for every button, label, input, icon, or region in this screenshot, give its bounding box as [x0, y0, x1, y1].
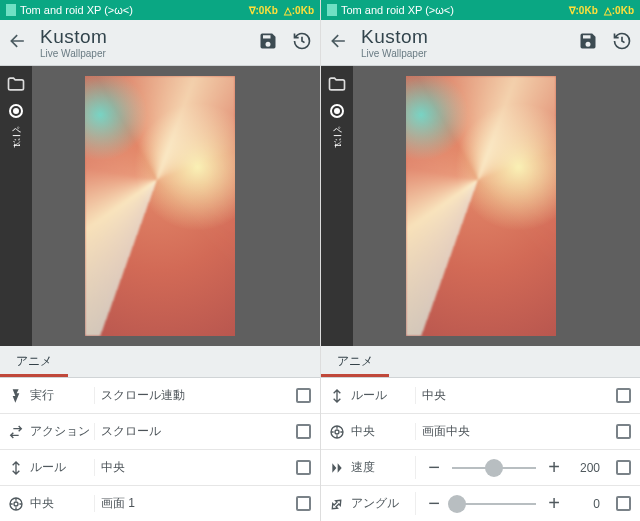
plus-button[interactable]: +	[542, 492, 566, 515]
checkbox[interactable]	[286, 388, 320, 403]
page-indicator[interactable]: ページ1	[9, 104, 23, 149]
back-icon[interactable]	[8, 31, 28, 55]
net-down: ∇:0Kb	[249, 5, 278, 16]
preview-area: ページ1 2/3	[321, 66, 640, 346]
status-bar: Tom and roid XP (>ω<) ∇:0Kb△:0Kb	[0, 0, 320, 20]
page-label: ページ1	[331, 120, 344, 149]
row-center[interactable]: 中央 画面 1	[0, 486, 320, 521]
row-execute[interactable]: 実行 スクロール連動	[0, 378, 320, 414]
property-list: ルール 中央 中央 画面中央 速度 − + 200 アングル − +	[321, 378, 640, 521]
wallpaper-preview[interactable]	[353, 66, 608, 346]
app-title: Kustom	[40, 26, 107, 48]
app-subtitle: Live Wallpaper	[361, 48, 428, 59]
folder-icon[interactable]	[6, 74, 26, 94]
history-icon[interactable]	[292, 31, 312, 55]
svg-point-7	[14, 502, 18, 506]
status-title: Tom and roid XP (>ω<)	[341, 4, 454, 16]
plus-button[interactable]: +	[542, 456, 566, 479]
net-up: △:0Kb	[284, 5, 314, 16]
checkbox[interactable]	[606, 388, 640, 403]
checkbox[interactable]	[606, 424, 640, 439]
tab-bar: アニメ	[0, 346, 320, 378]
tab-anime[interactable]: アニメ	[321, 347, 389, 377]
history-icon[interactable]	[612, 31, 632, 55]
checkbox[interactable]	[286, 424, 320, 439]
svg-point-16	[335, 430, 339, 434]
checkbox[interactable]	[606, 496, 640, 511]
wallpaper-preview[interactable]	[32, 66, 288, 346]
row-rule[interactable]: ルール 中央	[321, 378, 640, 414]
checkbox[interactable]	[286, 496, 320, 511]
tab-anime[interactable]: アニメ	[0, 347, 68, 377]
net-up: △:0Kb	[604, 5, 634, 16]
angle-value: 0	[572, 497, 600, 511]
checkbox[interactable]	[606, 460, 640, 475]
preview-area: ページ1 2/3	[0, 66, 320, 346]
row-speed[interactable]: 速度 − + 200	[321, 450, 640, 486]
minus-button[interactable]: −	[422, 492, 446, 515]
minus-button[interactable]: −	[422, 456, 446, 479]
checkbox[interactable]	[286, 460, 320, 475]
row-rule[interactable]: ルール 中央	[0, 450, 320, 486]
tab-bar: アニメ	[321, 346, 640, 378]
page-indicator[interactable]: ページ1	[330, 104, 344, 149]
net-down: ∇:0Kb	[569, 5, 598, 16]
app-title: Kustom	[361, 26, 428, 48]
row-angle[interactable]: アングル − + 0	[321, 486, 640, 521]
speed-value: 200	[572, 461, 600, 475]
save-icon[interactable]	[258, 31, 278, 55]
angle-slider[interactable]	[452, 494, 536, 514]
back-icon[interactable]	[329, 31, 349, 55]
app-status-icon	[6, 4, 16, 16]
app-subtitle: Live Wallpaper	[40, 48, 107, 59]
status-bar: Tom and roid XP (>ω<) ∇:0Kb△:0Kb	[321, 0, 640, 20]
speed-slider[interactable]	[452, 458, 536, 478]
toolbar: Kustom Live Wallpaper	[0, 20, 320, 66]
toolbar: Kustom Live Wallpaper	[321, 20, 640, 66]
status-title: Tom and roid XP (>ω<)	[20, 4, 133, 16]
save-icon[interactable]	[578, 31, 598, 55]
row-action[interactable]: アクション スクロール	[0, 414, 320, 450]
folder-icon[interactable]	[327, 74, 347, 94]
row-center[interactable]: 中央 画面中央	[321, 414, 640, 450]
property-list: 実行 スクロール連動 アクション スクロール ルール 中央 中央 画面 1	[0, 378, 320, 521]
app-status-icon	[327, 4, 337, 16]
page-label: ページ1	[10, 120, 23, 149]
